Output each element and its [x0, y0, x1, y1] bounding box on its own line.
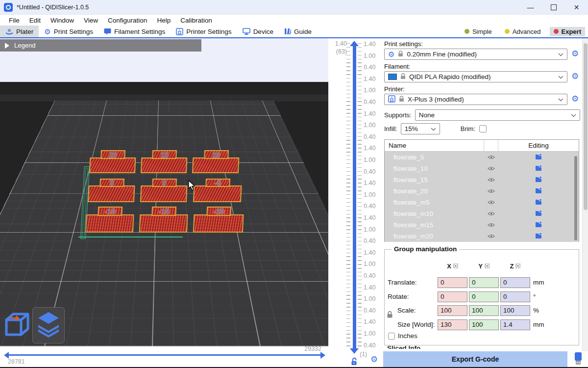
print-object-flowrate-15[interactable]: 15	[141, 150, 188, 173]
layer-tick-label: 1.00	[364, 295, 383, 302]
input-scale--z[interactable]: 100	[500, 305, 530, 316]
printer-gear-button[interactable]: ⚙	[571, 95, 579, 103]
input-scale--x[interactable]: 100	[438, 305, 467, 316]
menu-item-view[interactable]: View	[79, 17, 103, 24]
menu-item-help[interactable]: Help	[152, 17, 175, 24]
object-list-scrollbar[interactable]	[574, 156, 577, 240]
object-number-label: 0	[162, 179, 167, 186]
input-size-world--z[interactable]: 1.4	[500, 319, 530, 330]
table-row-flowrate-m5[interactable]: flowrate_m5	[385, 197, 579, 208]
slider-settings-gear-icon[interactable]: ⚙	[370, 355, 378, 364]
input-size-world--x[interactable]: 130	[438, 319, 467, 330]
unlock-icon[interactable]	[351, 357, 357, 367]
editing-button[interactable]	[498, 176, 579, 184]
table-row-flowrate-10[interactable]: flowrate_10	[385, 163, 579, 174]
export-gcode-button[interactable]: Export G-code	[383, 351, 567, 367]
table-row-flowrate-20[interactable]: flowrate_20	[385, 185, 579, 197]
input-translate--x[interactable]: 0	[438, 277, 467, 288]
table-row-flowrate-m10[interactable]: flowrate_m10	[385, 208, 579, 219]
print-object-flowrate--15[interactable]: -15	[139, 207, 188, 233]
visibility-toggle[interactable]	[484, 165, 498, 172]
layer-slider-rail[interactable]	[353, 46, 356, 348]
legend-bar[interactable]: Legend	[0, 39, 201, 52]
table-row-flowrate-m15[interactable]: flowrate_m15	[385, 219, 579, 231]
mode-simple[interactable]: Simple	[461, 27, 496, 36]
export-to-usb-button[interactable]	[568, 351, 588, 367]
panel-scrollbar[interactable]	[582, 38, 588, 351]
infill-select[interactable]: 15%	[401, 123, 440, 134]
print-object-flowrate--10[interactable]: -10	[85, 207, 134, 233]
menu-item-file[interactable]: File	[4, 17, 24, 24]
editing-button[interactable]	[498, 153, 579, 161]
maximize-button[interactable]	[542, 0, 565, 14]
menu-item-window[interactable]: Window	[46, 17, 79, 24]
tab-plater[interactable]: Plater	[0, 26, 39, 37]
print-object-flowrate-10[interactable]: 10	[192, 150, 240, 173]
editing-button[interactable]	[498, 221, 579, 229]
close-button[interactable]: ✕	[565, 0, 588, 14]
input-rotate--x[interactable]: 0	[438, 291, 467, 302]
input-rotate--y[interactable]: 0	[469, 291, 499, 302]
minimize-button[interactable]: —	[519, 0, 542, 14]
edit-settings-icon	[535, 153, 542, 161]
visibility-toggle[interactable]	[484, 187, 498, 195]
slider-right-handle[interactable]	[320, 352, 325, 359]
print-object-flowrate--5[interactable]: -5	[193, 179, 242, 202]
printer-select[interactable]: X-Plus 3 (modified)	[384, 94, 567, 105]
uniform-scale-lock-icon[interactable]	[387, 311, 393, 320]
print-settings-select[interactable]: ⚙ 0.20mm Fine (modified)	[384, 49, 567, 60]
visibility-toggle[interactable]	[484, 176, 498, 184]
print-object-flowrate-20[interactable]: 20	[89, 150, 136, 173]
viewport-3d[interactable]: Legend 20151050-5-10-15-20	[0, 38, 328, 346]
visibility-toggle[interactable]	[484, 221, 498, 229]
menu-item-configuration[interactable]: Configuration	[103, 17, 152, 24]
layer-tick-label: 1.40	[364, 214, 383, 221]
input-rotate--z[interactable]: 0	[500, 291, 530, 302]
table-row-flowrate-15[interactable]: flowrate_15	[385, 174, 579, 185]
layer-tick-label: 1.40	[364, 318, 383, 325]
name-column-header[interactable]: Name	[385, 140, 484, 151]
tab-filament-settings[interactable]: Filament Settings	[98, 26, 171, 37]
editor-view-button[interactable]	[2, 308, 31, 342]
visibility-toggle[interactable]	[484, 154, 498, 161]
input-translate--y[interactable]: 0	[469, 277, 499, 288]
horizontal-slider[interactable]	[8, 354, 320, 356]
mode-expert[interactable]: Expert	[550, 27, 585, 36]
preview-view-button[interactable]	[32, 307, 65, 343]
editing-button[interactable]	[498, 210, 579, 218]
menu-item-edit[interactable]: Edit	[24, 17, 46, 24]
filament-gear-button[interactable]: ⚙	[571, 72, 579, 80]
print-object-flowrate-5[interactable]: 5	[88, 179, 135, 202]
tab-device[interactable]: Device	[237, 26, 279, 37]
tab-print-settings[interactable]: ⚙Print Settings	[39, 26, 98, 37]
supports-select[interactable]: None	[415, 109, 580, 121]
editing-button[interactable]	[498, 232, 579, 240]
layer-slider-lower-handle[interactable]	[350, 348, 359, 354]
tab-guide[interactable]: Guide	[279, 26, 317, 37]
menu-item-calibration[interactable]: Calibration	[175, 17, 217, 24]
mode-advanced[interactable]: Advanced	[501, 27, 545, 36]
print-object-flowrate--20[interactable]: -20	[193, 207, 244, 233]
inches-checkbox[interactable]	[388, 333, 395, 340]
slider-left-handle[interactable]	[4, 352, 9, 359]
editing-button[interactable]	[498, 187, 579, 195]
editing-button[interactable]	[498, 164, 579, 173]
brim-checkbox[interactable]	[479, 125, 487, 132]
input-scale--y[interactable]: 100	[469, 305, 499, 316]
tab-bar: Plater⚙Print SettingsFilament SettingsPr…	[0, 26, 588, 38]
editing-column-header[interactable]: Editing	[498, 142, 579, 149]
editing-button[interactable]	[498, 198, 579, 207]
input-translate--z[interactable]: 0	[500, 277, 530, 288]
filament-select[interactable]: QIDI PLA Rapido (modified)	[384, 71, 567, 82]
tab-printer-settings[interactable]: Printer Settings	[171, 26, 237, 37]
visibility-toggle[interactable]	[484, 199, 498, 206]
visibility-toggle[interactable]	[484, 233, 498, 240]
panel-scrollbar-thumb[interactable]	[584, 43, 588, 210]
print-settings-gear-button[interactable]: ⚙	[571, 50, 579, 58]
visibility-toggle[interactable]	[484, 210, 498, 217]
input-size-world--y[interactable]: 100	[469, 319, 499, 330]
print-object-flowrate-0[interactable]: 0	[140, 179, 188, 202]
table-row-flowrate-m20[interactable]: flowrate_m20	[385, 231, 579, 242]
object-number-label: 20	[109, 151, 117, 158]
table-row-flowrate-5[interactable]: flowrate_5	[385, 152, 579, 163]
